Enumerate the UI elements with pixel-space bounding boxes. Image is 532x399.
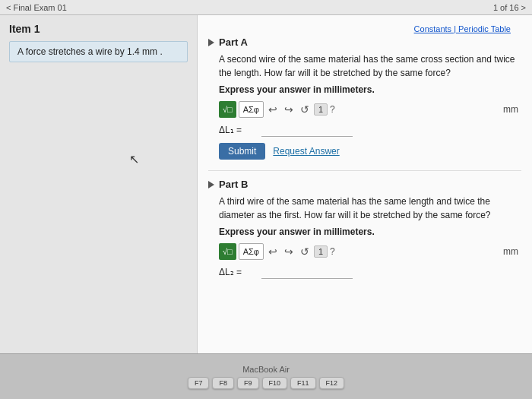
part-b-description: A third wire of the same material has th…: [219, 195, 521, 222]
part-a-refresh-btn[interactable]: ↺: [298, 103, 312, 116]
part-a-undo-btn[interactable]: ↩: [266, 103, 280, 116]
part-a-sqrt-btn[interactable]: √□: [219, 101, 236, 118]
part-b-undo-btn[interactable]: ↩: [266, 245, 280, 258]
part-divider: [208, 170, 521, 171]
part-a-help-icon[interactable]: ?: [330, 104, 335, 115]
part-b-toggle-icon[interactable]: [208, 181, 214, 188]
part-a-request-btn[interactable]: Request Answer: [273, 146, 339, 157]
part-a-answer-label: ΔL₁ =: [219, 125, 257, 135]
page-counter: 1 of 16 >: [493, 3, 526, 12]
part-b-help-icon[interactable]: ?: [330, 246, 335, 257]
part-b-answer-label: ΔL₂ =: [219, 267, 257, 277]
mac-key-f9[interactable]: F9: [237, 377, 259, 389]
part-b-refresh-btn[interactable]: ↺: [298, 245, 312, 258]
top-bar: < Final Exam 01 1 of 16 >: [0, 0, 532, 15]
part-b-answer-input[interactable]: [261, 264, 353, 279]
part-a-answer-input[interactable]: [261, 122, 353, 137]
part-a-answer-row: ΔL₁ =: [219, 122, 521, 137]
part-a-toolbar: √□ ΑΣφ ↩ ↪ ↺ 1 ? mm: [219, 101, 521, 118]
part-b-symbol-btn[interactable]: ΑΣφ: [239, 243, 264, 260]
mac-key-f7[interactable]: F7: [188, 377, 210, 389]
given-info-box: A force stretches a wire by 1.4 mm .: [9, 41, 188, 62]
part-a-title: Part A: [219, 36, 248, 48]
part-b-answer-row: ΔL₂ =: [219, 264, 521, 279]
mac-key-f11[interactable]: F11: [290, 377, 316, 389]
part-a-counter: 1: [314, 103, 328, 116]
mac-key-f8[interactable]: F8: [212, 377, 234, 389]
part-a-header: Part A: [208, 36, 521, 48]
part-a-section: Part A A second wire of the same materia…: [208, 36, 521, 160]
macbook-label: MacBook Air: [242, 365, 290, 374]
part-b-toolbar: √□ ΑΣφ ↩ ↪ ↺ 1 ? mm: [219, 243, 521, 260]
part-a-symbol-btn[interactable]: ΑΣφ: [239, 101, 264, 118]
main-content: Item 1 A force stretches a wire by 1.4 m…: [0, 15, 532, 353]
part-b-sqrt-btn[interactable]: √□: [219, 243, 236, 260]
part-b-counter: 1: [314, 245, 328, 258]
mac-key-f12[interactable]: F12: [319, 377, 345, 389]
part-a-express-label: Express your answer in millimeters.: [219, 84, 521, 95]
given-info-text: A force stretches a wire by 1.4 mm .: [17, 46, 163, 57]
part-a-mm-unit: mm: [503, 104, 521, 115]
left-panel: Item 1 A force stretches a wire by 1.4 m…: [0, 15, 198, 353]
macbook-keys: F7 F8 F9 F10 F11 F12: [188, 377, 344, 389]
part-b-section: Part B A third wire of the same material…: [208, 179, 521, 279]
part-a-buttons-row: Submit Request Answer: [219, 143, 521, 160]
part-b-mm-unit: mm: [503, 246, 521, 257]
right-panel: Constants | Periodic Table Part A A seco…: [198, 15, 532, 353]
part-a-submit-btn[interactable]: Submit: [219, 143, 265, 160]
part-a-description: A second wire of the same material has t…: [219, 52, 521, 80]
item-label: Item 1: [9, 23, 188, 35]
part-a-toggle-icon[interactable]: [208, 39, 214, 46]
part-b-redo-btn[interactable]: ↪: [282, 245, 296, 258]
part-a-body: A second wire of the same material has t…: [219, 52, 521, 160]
part-a-redo-btn[interactable]: ↪: [282, 103, 296, 116]
exam-title: < Final Exam 01: [6, 3, 67, 12]
mac-key-f10[interactable]: F10: [262, 377, 288, 389]
part-b-body: A third wire of the same material has th…: [219, 195, 521, 279]
constants-bar[interactable]: Constants | Periodic Table: [208, 23, 521, 36]
part-b-express-label: Express your answer in millimeters.: [219, 226, 521, 237]
part-b-title: Part B: [219, 179, 248, 190]
constants-link[interactable]: Constants | Periodic Table: [414, 24, 511, 33]
macbook-bar: MacBook Air F7 F8 F9 F10 F11 F12: [0, 353, 532, 399]
part-b-header: Part B: [208, 179, 521, 190]
